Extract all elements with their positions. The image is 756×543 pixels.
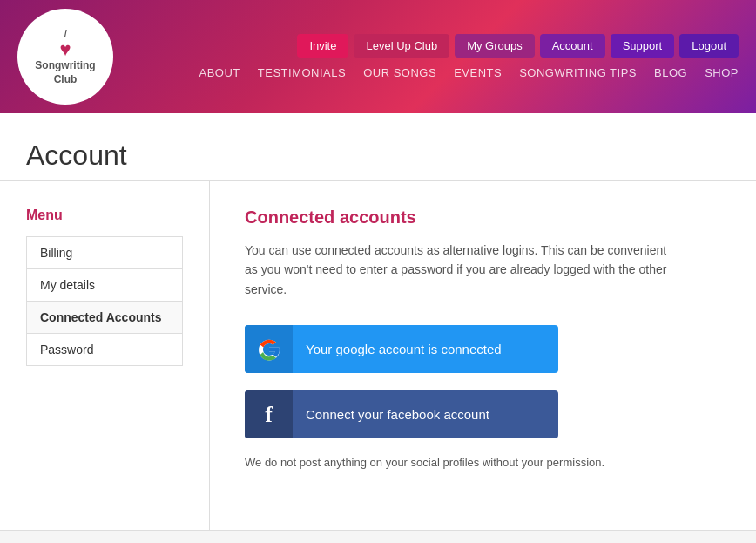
logo-heart: ♥ — [59, 40, 71, 59]
logo[interactable]: I ♥ Songwriting Club — [17, 9, 113, 105]
logo-text: Songwriting Club — [35, 59, 95, 86]
content-area: Connected accounts You can use connected… — [209, 181, 730, 530]
support-button[interactable]: Support — [611, 34, 675, 58]
description: You can use connected accounts as altern… — [245, 241, 680, 299]
facebook-icon: f — [245, 390, 293, 438]
nav-shop[interactable]: SHOP — [705, 66, 739, 79]
page-title-area: Account — [0, 113, 756, 181]
nav-events[interactable]: EVENTS — [454, 66, 502, 79]
facebook-btn-label: Connect your facebook account — [293, 407, 558, 422]
invite-button[interactable]: Invite — [297, 34, 348, 58]
sidebar: Menu Billing My details Connected Accoun… — [26, 181, 209, 530]
google-btn-label: Your google account is connected — [293, 342, 558, 356]
top-nav: Invite Level Up Club My Groups Account S… — [297, 34, 739, 58]
sidebar-item-connected-accounts[interactable]: Connected Accounts — [26, 301, 183, 333]
google-icon — [245, 325, 293, 373]
sidebar-item-password[interactable]: Password — [26, 333, 183, 366]
section-title: Connected accounts — [245, 207, 712, 227]
nav-our-songs[interactable]: OUR SONGS — [363, 66, 436, 79]
sidebar-item-billing[interactable]: Billing — [26, 236, 183, 268]
levelup-button[interactable]: Level Up Club — [354, 34, 449, 58]
mygroups-button[interactable]: My Groups — [455, 34, 535, 58]
nav-about[interactable]: ABOUT — [199, 66, 240, 79]
footer: Terms of Service | Privacy Policy © I He… — [0, 530, 756, 543]
nav-blog[interactable]: BLOG — [654, 66, 687, 79]
page-title: Account — [26, 139, 730, 172]
main-nav: ABOUT TESTIMONIALS OUR SONGS EVENTS SONG… — [199, 66, 739, 79]
logout-button[interactable]: Logout — [679, 34, 739, 58]
sidebar-menu-label: Menu — [26, 207, 209, 223]
nav-songwriting-tips[interactable]: SONGWRITING TIPS — [519, 66, 637, 79]
nav-testimonials[interactable]: TESTIMONIALS — [258, 66, 346, 79]
google-connect-button[interactable]: Your google account is connected — [245, 325, 558, 373]
sidebar-item-my-details[interactable]: My details — [26, 268, 183, 301]
header: I ♥ Songwriting Club Invite Level Up Clu… — [0, 0, 756, 113]
permission-note: We do not post anything on your social p… — [245, 456, 680, 469]
header-right: Invite Level Up Club My Groups Account S… — [113, 34, 739, 79]
facebook-connect-button[interactable]: f Connect your facebook account — [245, 390, 558, 438]
main-content: Menu Billing My details Connected Accoun… — [0, 181, 756, 530]
account-button[interactable]: Account — [540, 34, 605, 58]
